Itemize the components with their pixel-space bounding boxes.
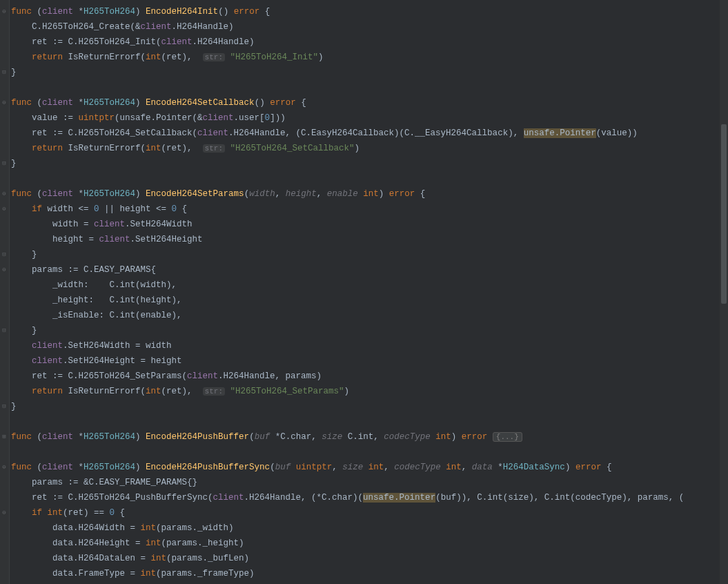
code-line[interactable]: ret := C.H265ToH264_SetCallback(client.H… [11, 126, 728, 141]
code-line[interactable] [11, 445, 728, 460]
code-line[interactable]: func (client *H265ToH264) EncodeH264Push… [11, 460, 728, 475]
code-token: client [32, 356, 63, 366]
fold-toggle-icon[interactable]: ⊖ [1, 99, 8, 106]
fold-toggle-icon[interactable]: ⊞ [1, 434, 8, 440]
code-line[interactable]: return IsReturnErrorf(int(ret), str: "H2… [11, 50, 728, 65]
code-token: int [48, 508, 63, 518]
code-line[interactable]: data.H264Height = int(params._height) [11, 536, 728, 551]
code-line[interactable]: ret := C.H265ToH264_PushBufferSync(clien… [11, 490, 728, 505]
code-line[interactable]: data.H264Width = int(params._width) [11, 520, 728, 536]
fold-toggle-icon[interactable]: ⊖ [1, 266, 8, 273]
code-line[interactable]: } [11, 399, 728, 414]
code-line[interactable]: width = client.SetH264Width [11, 217, 728, 232]
code-token: "H265ToH264_Init" [230, 52, 319, 62]
code-line[interactable]: } [11, 323, 728, 338]
code-token: data.H264DataLen = [11, 554, 151, 563]
code-token: error [462, 432, 488, 442]
code-line[interactable]: value := uintptr(unsafe.Pointer(&client.… [11, 110, 728, 126]
code-line[interactable]: _isEnable: C.int(enable), [11, 308, 728, 323]
code-token: () [255, 98, 270, 108]
code-line[interactable]: return IsReturnErrorf(int(ret), str: "H2… [11, 384, 728, 399]
code-line[interactable] [11, 171, 728, 186]
code-line[interactable]: func (client *H265ToH264) EncodeH264SetP… [11, 186, 728, 202]
code-editor[interactable]: ⊖⊟⊖⊟⊖⊖⊟⊖⊟⊟⊞⊖⊖ func (client *H265ToH264) … [0, 0, 728, 584]
code-line[interactable]: if int(ret) == 0 { [11, 505, 728, 520]
code-line[interactable]: _height: C.int(height), [11, 293, 728, 308]
code-token: *C.char, [270, 432, 322, 442]
code-token: 0 [110, 508, 115, 518]
code-token: ) [135, 432, 146, 442]
code-token: width = [11, 220, 94, 229]
code-line[interactable]: data.FrameType = int(params._frameType) [11, 566, 728, 581]
fold-toggle-icon[interactable]: ⊟ [1, 69, 8, 76]
code-line[interactable]: data.H264DataLen = int(params._bufLen) [11, 551, 728, 566]
code-token: client [42, 432, 73, 442]
code-token [225, 52, 230, 62]
fold-toggle-icon[interactable]: ⊟ [1, 160, 8, 167]
gutter[interactable]: ⊖⊟⊖⊟⊖⊖⊟⊖⊟⊟⊞⊖⊖ [0, 0, 10, 584]
code-line[interactable]: } [11, 247, 728, 262]
code-line[interactable]: params := &C.EASY_FRAME_PARAMS{} [11, 475, 728, 490]
code-line[interactable] [11, 414, 728, 429]
fold-toggle-icon[interactable]: ⊟ [1, 327, 8, 334]
fold-toggle-icon[interactable]: ⊖ [1, 8, 8, 15]
code-token: C.H265ToH264_Create(& [11, 22, 141, 32]
code-line[interactable]: func (client *H265ToH264) EncodeH264SetC… [11, 95, 728, 110]
fold-toggle-icon[interactable]: ⊖ [1, 191, 8, 197]
code-token: H265ToH264 [83, 7, 135, 17]
scrollbar-thumb[interactable] [721, 124, 727, 304]
code-token: codecType [394, 463, 441, 472]
code-token: , [317, 189, 327, 199]
code-token: int [141, 569, 157, 578]
code-token: if [32, 204, 42, 214]
code-token: codecType [384, 432, 431, 442]
code-line[interactable]: client.SetH264Width = width [11, 338, 728, 353]
code-line[interactable]: ret := C.H265ToH264_Init(client.H264Hand… [11, 35, 728, 50]
code-token: { [177, 204, 187, 214]
code-token: ret := C.H265ToH264_SetCallback( [11, 128, 197, 138]
code-line[interactable]: client.SetH264Height = height [11, 353, 728, 369]
code-token: .SetH264Width [125, 220, 193, 229]
fold-toggle-icon[interactable]: ⊟ [1, 403, 8, 410]
code-line[interactable]: height = client.SetH264Height [11, 232, 728, 247]
code-line[interactable]: func (client *H265ToH264) EncodeH264Init… [11, 4, 728, 19]
code-token: } [11, 250, 37, 260]
code-token: ( [249, 432, 255, 442]
code-token: 0 [265, 113, 270, 123]
vertical-scrollbar[interactable] [720, 0, 728, 584]
fold-toggle-icon[interactable]: ⊖ [1, 509, 8, 516]
code-line[interactable]: return IsReturnErrorf(int(ret), str: "H2… [11, 141, 728, 156]
fold-toggle-icon[interactable]: ⊖ [1, 464, 8, 471]
code-token: int [141, 523, 157, 533]
code-line[interactable]: ret := C.H265ToH264_SetParams(client.H26… [11, 369, 728, 384]
code-token [11, 508, 32, 518]
code-token: data.H264Width = [11, 523, 141, 533]
fold-toggle-icon[interactable]: ⊖ [1, 206, 8, 213]
code-line[interactable] [11, 80, 728, 95]
code-token: ) [344, 387, 350, 396]
code-token [225, 144, 230, 153]
fold-toggle-icon[interactable]: ⊟ [1, 251, 8, 258]
code-token: * [73, 7, 83, 17]
code-token: return [32, 387, 63, 396]
code-line[interactable]: if width <= 0 || height <= 0 { [11, 202, 728, 217]
fold-marker[interactable]: {...} [493, 432, 522, 442]
code-line[interactable]: func (client *H265ToH264) EncodeH264Push… [11, 429, 728, 445]
code-line[interactable]: C.H265ToH264_Create(&client.H264Handle) [11, 19, 728, 35]
code-token: .SetH264Height = height [63, 356, 182, 366]
code-token: int [146, 52, 161, 62]
code-line[interactable]: params := C.EASY_PARAMS{ [11, 262, 728, 278]
code-token: { [601, 463, 611, 472]
code-line[interactable]: _width: C.int(width), [11, 278, 728, 293]
code-token: int [146, 387, 161, 396]
code-token: func [11, 7, 32, 17]
code-area[interactable]: func (client *H265ToH264) EncodeH264Init… [10, 0, 728, 584]
code-token: buf [275, 463, 291, 472]
code-token: error [270, 98, 296, 108]
code-token: { [259, 7, 270, 17]
code-token [291, 463, 296, 472]
code-line[interactable]: } [11, 156, 728, 171]
code-token: EncodeH264PushBuffer [146, 432, 249, 442]
code-line[interactable]: } [11, 65, 728, 80]
code-token: buf [255, 432, 270, 442]
